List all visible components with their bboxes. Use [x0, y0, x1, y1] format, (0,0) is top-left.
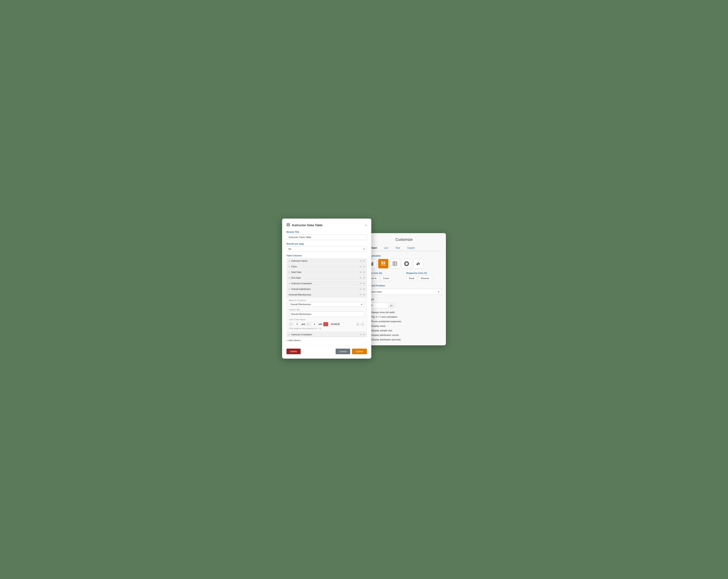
column-title-label: Column Title	[289, 309, 365, 311]
cancel-button[interactable]: Cancel	[336, 349, 350, 354]
less-than-btn[interactable]: <	[306, 322, 310, 326]
color-code-label: Color Code Values	[289, 319, 365, 321]
close-button[interactable]: ×	[365, 224, 367, 227]
color-range-note: (The range for this construct is 1 - 5)	[289, 327, 365, 330]
reverse-btn[interactable]: Reverse	[418, 276, 432, 281]
column-actions: ✏ ✕	[360, 260, 365, 262]
remove-icon[interactable]: ✕	[363, 260, 365, 262]
column-name: Overall Satisfaction	[291, 288, 360, 291]
color-lt-value-input[interactable]	[311, 322, 318, 326]
flip-axis-label: Flip X / Y axis orientation	[371, 315, 397, 318]
bubble-chart-btn[interactable]	[413, 259, 423, 268]
svg-rect-8	[381, 262, 383, 263]
checkbox-flip-axis[interactable]: Flip X / Y axis orientation	[367, 315, 442, 318]
svg-rect-14	[393, 262, 397, 266]
edit-icon[interactable]: ✏	[360, 271, 362, 274]
column-title-input[interactable]	[289, 311, 365, 317]
tab-export[interactable]: Export	[404, 245, 418, 251]
remove-icon[interactable]: ✕	[363, 294, 365, 296]
delete-button[interactable]: Delete	[286, 349, 301, 354]
value-axis-label: Value Axis (X)	[367, 272, 402, 274]
column-actions: ✏ ✕	[360, 282, 365, 285]
footer-right-buttons: Cancel Update	[336, 349, 367, 354]
edit-icon[interactable]: ✏	[360, 277, 362, 279]
results-per-page-label: Results per page	[286, 243, 367, 245]
svg-rect-11	[384, 262, 385, 263]
modal-title-group: Instructor Data Table	[286, 223, 323, 227]
remove-icon[interactable]: ✕	[363, 265, 365, 268]
presentation-icons	[367, 259, 442, 268]
column-row-overall-satisfaction: ≡ Overall Satisfaction ✏ ✕	[286, 286, 367, 292]
checkbox-display-percents[interactable]: Display distribution percents	[367, 338, 442, 341]
drag-icon: ≡	[288, 288, 290, 291]
tabs-row: Chart List Text Export	[367, 245, 442, 251]
edit-icon[interactable]: ✏	[360, 333, 362, 336]
tab-text[interactable]: Text	[392, 245, 404, 251]
color-gt-value-input[interactable]	[294, 322, 301, 326]
color-swatch[interactable]	[323, 322, 328, 326]
drag-icon: ≡	[288, 282, 290, 285]
modal-footer: Delete Cancel Update	[286, 346, 367, 354]
column-expanded-header: ≡ Overall Effectiveness ✏ ✕	[287, 293, 367, 297]
checkbox-prune[interactable]: Prune unselected responses	[367, 320, 442, 323]
mean-construct-select[interactable]: Overall Effectiveness	[289, 302, 365, 307]
svg-point-19	[406, 263, 407, 265]
edit-icon[interactable]: ✏	[360, 294, 362, 296]
edit-icon[interactable]: ✏	[360, 260, 362, 262]
remove-icon[interactable]: ✕	[363, 271, 365, 274]
column-name: Start Date	[291, 271, 360, 274]
module-title-input[interactable]	[286, 235, 367, 240]
table-view-btn[interactable]	[390, 259, 400, 268]
column-row-instructor-name: ≡ Instructor Name ✏ ✕	[286, 258, 367, 264]
remove-color-rule-btn[interactable]: ⊖	[361, 322, 365, 326]
svg-rect-13	[384, 265, 385, 266]
color-code-row: > and < with ⊕ ⊖	[289, 322, 365, 326]
add-color-rule-btn[interactable]: ⊕	[356, 322, 360, 326]
checkbox-full-width[interactable]: Always show full width	[367, 311, 442, 314]
update-button[interactable]: Update	[352, 349, 367, 354]
stacked-bar-btn[interactable]	[378, 259, 388, 268]
rank-btn[interactable]: Rank	[406, 276, 417, 281]
donut-chart-btn[interactable]	[401, 259, 412, 268]
column-expanded-body: Mean for Construct Overall Effectiveness…	[287, 297, 367, 331]
height-unit: px	[388, 303, 395, 308]
column-row-last-instructor-eval: ≡ Instructor Evaluation ✏ ✕	[286, 332, 367, 337]
value-axis-group: Value Axis (X) Row % Count	[367, 272, 402, 281]
edit-icon[interactable]: ✏	[360, 288, 362, 291]
legend-select-wrapper: Above chart Below chart Left Right None …	[367, 289, 442, 295]
height-input-row: px	[367, 303, 442, 308]
customize-modal: Customize Chart List Text Export Present…	[362, 233, 446, 345]
column-expanded-overall-effectiveness: ≡ Overall Effectiveness ✏ ✕ Mean for Con…	[286, 292, 367, 331]
checkbox-display-mean[interactable]: Display mean	[367, 324, 442, 327]
mean-construct-label: Mean for Construct	[289, 299, 365, 301]
tab-list[interactable]: List	[381, 245, 392, 251]
svg-rect-0	[287, 223, 290, 226]
checkbox-display-sample[interactable]: Display sample size	[367, 329, 442, 332]
display-sample-label: Display sample size	[371, 329, 392, 332]
column-row-end-date: ≡ End Date ✏ ✕	[286, 275, 367, 280]
column-name: Instructor Evaluation	[291, 282, 360, 285]
svg-rect-7	[372, 262, 373, 266]
legend-position-select[interactable]: Above chart Below chart Left Right None	[367, 289, 442, 295]
modal-header: Instructor Data Table ×	[286, 223, 367, 227]
greater-than-btn[interactable]: >	[289, 322, 293, 326]
results-per-page-select[interactable]: 50 25 100	[286, 246, 367, 252]
table-columns-label: Table Columns	[286, 254, 367, 257]
edit-icon[interactable]: ✏	[360, 282, 362, 285]
add-column-link[interactable]: + Add column...	[286, 339, 302, 342]
remove-icon[interactable]: ✕	[363, 288, 365, 291]
count-btn[interactable]: Count	[381, 276, 392, 281]
column-row-start-date: ≡ Start Date ✏ ✕	[286, 270, 367, 275]
remove-icon[interactable]: ✕	[363, 333, 365, 336]
column-name: Instructor Name	[291, 260, 360, 262]
checkbox-display-counts[interactable]: Display distribution counts	[367, 333, 442, 336]
edit-icon[interactable]: ✏	[360, 265, 362, 268]
response-axis-buttons: Rank Reverse	[406, 276, 442, 281]
column-name: Class	[291, 265, 360, 268]
column-name: Overall Effectiveness	[290, 294, 360, 296]
customize-title: Customize	[367, 238, 442, 242]
drag-icon: ≡	[288, 271, 290, 274]
remove-icon[interactable]: ✕	[363, 277, 365, 279]
remove-icon[interactable]: ✕	[363, 282, 365, 285]
color-hex-input[interactable]	[329, 322, 344, 326]
